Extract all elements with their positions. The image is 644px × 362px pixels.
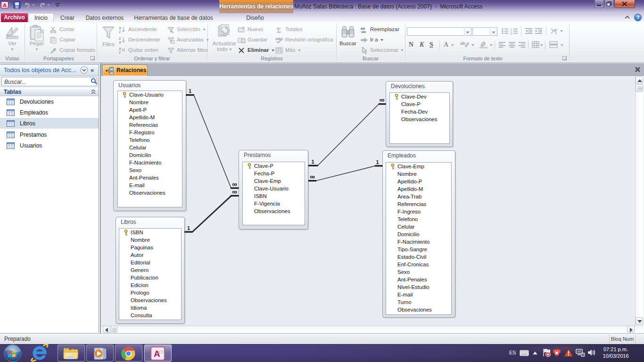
svg-text:ac: ac — [362, 30, 366, 33]
svg-text:1: 1 — [187, 225, 190, 231]
svg-text:3: 3 — [511, 33, 512, 35]
svg-text:ABC: ABC — [275, 37, 283, 41]
svg-text:1: 1 — [311, 159, 314, 165]
svg-text:Σ: Σ — [277, 26, 281, 33]
svg-text:A: A — [154, 349, 160, 359]
svg-text:∞: ∞ — [380, 96, 385, 104]
svg-text:A: A — [119, 41, 121, 44]
svg-text:¶: ¶ — [554, 28, 557, 35]
svg-text:1: 1 — [189, 88, 191, 94]
svg-text:A: A — [119, 47, 121, 50]
svg-text:∞: ∞ — [310, 173, 315, 181]
svg-text:Z: Z — [119, 51, 121, 54]
svg-text:∞: ∞ — [232, 180, 237, 188]
svg-text:Z: Z — [119, 30, 121, 33]
svg-text:ab: ab — [460, 41, 465, 46]
svg-text:Z: Z — [119, 37, 121, 40]
svg-text:∞: ∞ — [232, 188, 237, 196]
svg-text:1: 1 — [376, 159, 379, 165]
svg-text:A: A — [119, 26, 121, 30]
